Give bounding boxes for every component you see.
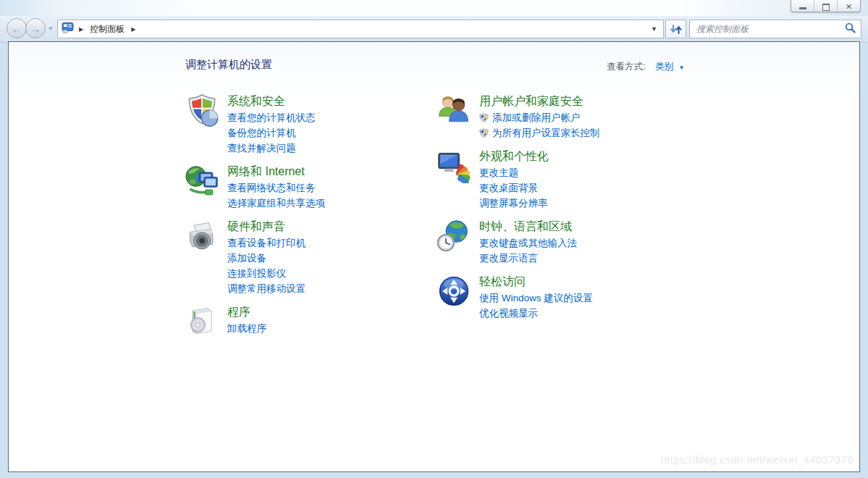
task-link[interactable]: 连接到投影仪: [227, 266, 306, 281]
system-security-shield-icon[interactable]: [185, 93, 219, 128]
maximize-icon: [822, 4, 830, 11]
minimize-button[interactable]: [791, 0, 814, 12]
category-title-hardware-and-sound[interactable]: 硬件和声音: [227, 219, 306, 234]
appearance-personalization-icon[interactable]: [437, 148, 471, 183]
view-by-dropdown-icon[interactable]: ▼: [678, 64, 684, 71]
category-column-right: 用户帐户和家庭安全添加或删除用户帐户为所有用户设置家长控制外观和个性化更改主题更…: [437, 93, 726, 329]
task-link[interactable]: 更改桌面背景: [479, 180, 549, 196]
minimize-icon: [799, 7, 806, 9]
forward-icon: →: [30, 23, 41, 34]
task-link[interactable]: 备份您的计算机: [227, 125, 316, 141]
uac-shield-icon: [479, 128, 489, 138]
task-link[interactable]: 选择家庭组和共享选项: [227, 196, 325, 211]
title-bar: ✕: [0, 0, 868, 16]
task-link[interactable]: 添加或删除用户帐户: [479, 110, 600, 125]
task-link-label: 添加设备: [227, 251, 266, 266]
task-link[interactable]: 优化视频显示: [479, 306, 593, 321]
address-dropdown-icon[interactable]: ▼: [651, 25, 660, 33]
task-link[interactable]: 调整屏幕分辨率: [479, 196, 549, 211]
maximize-button[interactable]: [814, 0, 838, 12]
refresh-icon: [670, 23, 683, 35]
task-link[interactable]: 更改显示语言: [479, 251, 577, 266]
task-link-label: 添加或删除用户帐户: [492, 110, 581, 125]
breadcrumb-arrow-icon[interactable]: ▶: [79, 26, 83, 33]
hardware-sound-icon[interactable]: [185, 219, 219, 253]
category-system-and-security: 系统和安全查看您的计算机状态备份您的计算机查找并解决问题: [185, 93, 427, 156]
navigation-bar: ← → ▼ ▶ 控制面板 ▶ ▼: [0, 16, 868, 43]
task-link-label: 查看网络状态和任务: [227, 180, 316, 196]
category-title-ease-of-access[interactable]: 轻松访问: [479, 274, 593, 289]
task-link-label: 卸载程序: [227, 321, 266, 336]
close-button[interactable]: ✕: [838, 0, 860, 12]
page-title: 调整计算机的设置: [185, 58, 272, 72]
window-controls: ✕: [791, 0, 861, 12]
clock-language-region-icon[interactable]: [437, 219, 471, 253]
forward-button[interactable]: →: [25, 18, 46, 38]
uac-shield-icon: [479, 113, 489, 122]
task-link-label: 查看您的计算机状态: [227, 110, 316, 125]
task-link[interactable]: 查看网络状态和任务: [227, 180, 325, 196]
task-link-label: 调整常用移动设置: [227, 281, 306, 296]
ease-of-access-icon[interactable]: [437, 274, 471, 309]
category-text-block: 用户帐户和家庭安全添加或删除用户帐户为所有用户设置家长控制: [479, 93, 600, 141]
category-title-clock-language-and-region[interactable]: 时钟、语言和区域: [479, 219, 577, 234]
nav-history-buttons: ← → ▼: [7, 18, 54, 38]
category-appearance-and-personalization: 外观和个性化更改主题更改桌面背景调整屏幕分辨率: [437, 148, 726, 211]
task-link[interactable]: 查看设备和打印机: [227, 235, 306, 251]
task-link[interactable]: 更改主题: [479, 165, 549, 180]
search-input[interactable]: [695, 23, 845, 35]
category-title-network-and-internet[interactable]: 网络和 Internet: [227, 164, 325, 179]
user-accounts-icon[interactable]: [437, 93, 471, 128]
back-button[interactable]: ←: [7, 18, 27, 38]
category-user-accounts-and-family-safety: 用户帐户和家庭安全添加或删除用户帐户为所有用户设置家长控制: [437, 93, 726, 141]
address-bar[interactable]: ▶ 控制面板 ▶ ▼: [57, 20, 664, 38]
task-link[interactable]: 为所有用户设置家长控制: [479, 125, 600, 141]
category-ease-of-access: 轻松访问使用 Windows 建议的设置优化视频显示: [437, 274, 726, 321]
category-title-programs[interactable]: 程序: [227, 304, 266, 319]
category-text-block: 系统和安全查看您的计算机状态备份您的计算机查找并解决问题: [227, 93, 316, 156]
category-hardware-and-sound: 硬件和声音查看设备和打印机添加设备连接到投影仪调整常用移动设置: [185, 219, 427, 296]
watermark-text: https://blog.csdn.net/weixin_44037376: [661, 453, 854, 466]
close-icon: ✕: [846, 1, 852, 12]
task-link-label: 优化视频显示: [479, 306, 538, 321]
back-icon: ←: [12, 23, 22, 34]
view-by-label: 查看方式:: [607, 62, 645, 72]
programs-icon[interactable]: [185, 304, 219, 339]
breadcrumb-arrow-icon[interactable]: ▶: [131, 26, 135, 33]
refresh-button[interactable]: [665, 20, 686, 38]
task-link[interactable]: 查找并解决问题: [227, 141, 316, 156]
category-title-user-accounts-and-family-safety[interactable]: 用户帐户和家庭安全: [479, 93, 600, 109]
task-link-label: 更改主题: [479, 165, 518, 180]
category-network-and-internet: 网络和 Internet查看网络状态和任务选择家庭组和共享选项: [185, 164, 427, 211]
task-link[interactable]: 添加设备: [227, 251, 306, 266]
task-link-label: 查看设备和打印机: [227, 235, 306, 251]
task-link-label: 备份您的计算机: [227, 125, 296, 141]
category-text-block: 时钟、语言和区域更改键盘或其他输入法更改显示语言: [479, 219, 577, 266]
task-link[interactable]: 卸载程序: [227, 321, 266, 336]
task-link[interactable]: 查看您的计算机状态: [227, 110, 316, 125]
category-clock-language-and-region: 时钟、语言和区域更改键盘或其他输入法更改显示语言: [437, 219, 726, 266]
category-text-block: 网络和 Internet查看网络状态和任务选择家庭组和共享选项: [227, 164, 325, 211]
task-link[interactable]: 更改键盘或其他输入法: [479, 235, 577, 251]
category-column-left: 系统和安全查看您的计算机状态备份您的计算机查找并解决问题网络和 Internet…: [185, 93, 427, 347]
network-internet-icon[interactable]: [185, 164, 219, 198]
category-text-block: 程序卸载程序: [227, 304, 266, 339]
category-title-system-and-security[interactable]: 系统和安全: [227, 93, 316, 109]
category-text-block: 轻松访问使用 Windows 建议的设置优化视频显示: [479, 274, 593, 321]
category-programs: 程序卸载程序: [185, 304, 427, 339]
breadcrumb-control-panel[interactable]: 控制面板: [88, 22, 126, 37]
control-panel-home: 调整计算机的设置 查看方式: 类别 ▼ 系统和安全查看您的计算机状态备份您的计算…: [8, 41, 860, 472]
task-link-label: 查找并解决问题: [227, 141, 296, 156]
task-link-label: 连接到投影仪: [227, 266, 286, 281]
search-box: [689, 20, 861, 38]
task-link-label: 更改桌面背景: [479, 180, 538, 196]
recent-pages-dropdown[interactable]: ▼: [48, 25, 54, 32]
category-title-appearance-and-personalization[interactable]: 外观和个性化: [479, 148, 549, 164]
task-link-label: 使用 Windows 建议的设置: [479, 290, 593, 306]
view-by-value-link[interactable]: 类别: [655, 62, 673, 72]
task-link[interactable]: 使用 Windows 建议的设置: [479, 290, 593, 306]
search-icon[interactable]: [845, 22, 856, 36]
view-by-control: 查看方式: 类别 ▼: [607, 61, 684, 73]
task-link-label: 选择家庭组和共享选项: [227, 196, 325, 211]
task-link[interactable]: 调整常用移动设置: [227, 281, 306, 296]
